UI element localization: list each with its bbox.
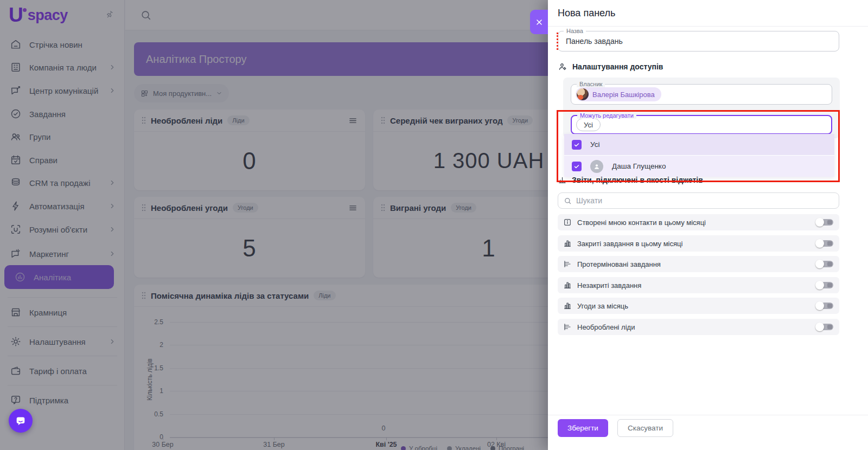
can-edit-chip[interactable]: Усі: [576, 118, 601, 131]
widget-label: Закриті завдання в цьому місяці: [577, 240, 810, 248]
widget-label: Необроблені ліди: [577, 323, 810, 331]
widget-row-deals-month[interactable]: Угоди за місяць: [558, 298, 839, 314]
chat-bubble-icon: [15, 415, 27, 427]
widget-search-input[interactable]: [576, 196, 833, 205]
save-button[interactable]: Зберегти: [558, 419, 608, 437]
option-label: Даша Глущенко: [612, 162, 666, 170]
owner-avatar: [577, 88, 589, 100]
widget-label: Створені мною контакти в цьому місяці: [577, 218, 810, 227]
can-edit-field-label: Можуть редагувати: [577, 112, 636, 119]
support-chat-fab[interactable]: [9, 409, 33, 433]
owner-field[interactable]: Власник Валерія Башкірова: [571, 84, 832, 105]
new-dashboard-panel: Нова панель Назва Налаштування доступів …: [548, 0, 868, 450]
people-settings-icon: [558, 62, 567, 72]
access-settings-heading: Налаштування доступів: [558, 62, 663, 72]
name-input[interactable]: [558, 31, 839, 51]
widget-toggle[interactable]: [815, 217, 834, 227]
widget-label: Угоди за місяць: [577, 302, 810, 310]
owner-field-label: Власник: [577, 81, 605, 87]
widget-toggle[interactable]: [815, 301, 834, 311]
bar-rows-icon: [563, 323, 572, 331]
name-field-label: Назва: [564, 28, 586, 34]
widget-label: Протерміновані завдання: [577, 260, 810, 268]
can-edit-dropdown: Усі Даша Глущенко: [564, 134, 834, 177]
widget-row-unprocessed-leads[interactable]: Необроблені ліди: [558, 319, 839, 335]
widget-toggle[interactable]: [815, 239, 834, 248]
checkbox-checked-icon[interactable]: [572, 140, 582, 150]
name-field: Назва: [558, 31, 839, 52]
column-chart-icon: [563, 281, 572, 290]
dropdown-option-user[interactable]: Даша Глущенко: [564, 156, 834, 177]
close-icon: [535, 18, 544, 27]
owner-chip-label: Валерія Башкірова: [592, 91, 655, 99]
widget-row-overdue-tasks[interactable]: Протерміновані завдання: [558, 256, 839, 272]
dropdown-option-all[interactable]: Усі: [564, 134, 834, 155]
app-root: U spacy Стрічка новин Компанія та люди Ц…: [0, 0, 868, 450]
checkbox-checked-icon[interactable]: [572, 162, 582, 171]
access-settings-box: Власник Валерія Башкірова Можуть редагув…: [563, 78, 840, 138]
option-label: Усі: [590, 140, 599, 149]
widget-toggle[interactable]: [815, 322, 834, 332]
widget-label: Незакриті завдання: [577, 281, 810, 290]
widget-search-field: [558, 192, 839, 209]
owner-chip[interactable]: Валерія Башкірова: [576, 87, 661, 101]
info-icon: [563, 218, 572, 227]
column-chart-icon: [563, 239, 572, 248]
modal-backdrop[interactable]: [0, 0, 548, 450]
bar-rows-icon: [563, 260, 572, 268]
widget-row-closed-tasks-month[interactable]: Закриті завдання в цьому місяці: [558, 235, 839, 252]
close-panel-button[interactable]: [530, 10, 548, 34]
widget-row-open-tasks[interactable]: Незакриті завдання: [558, 277, 839, 293]
widget-toggle[interactable]: [815, 259, 834, 269]
widget-toggle[interactable]: [815, 280, 834, 290]
column-chart-icon: [563, 301, 572, 310]
cancel-button[interactable]: Скасувати: [617, 419, 673, 437]
search-icon: [564, 197, 572, 205]
panel-title: Нова панель: [558, 8, 615, 19]
widget-row-contacts-month[interactable]: Створені мною контакти в цьому місяці: [558, 214, 839, 230]
user-avatar: [590, 160, 603, 173]
footer-divider: [548, 415, 868, 415]
panel-divider: [548, 26, 868, 27]
can-edit-field[interactable]: Можуть редагувати Усі: [571, 115, 832, 134]
section-title: Налаштування доступів: [572, 62, 663, 71]
